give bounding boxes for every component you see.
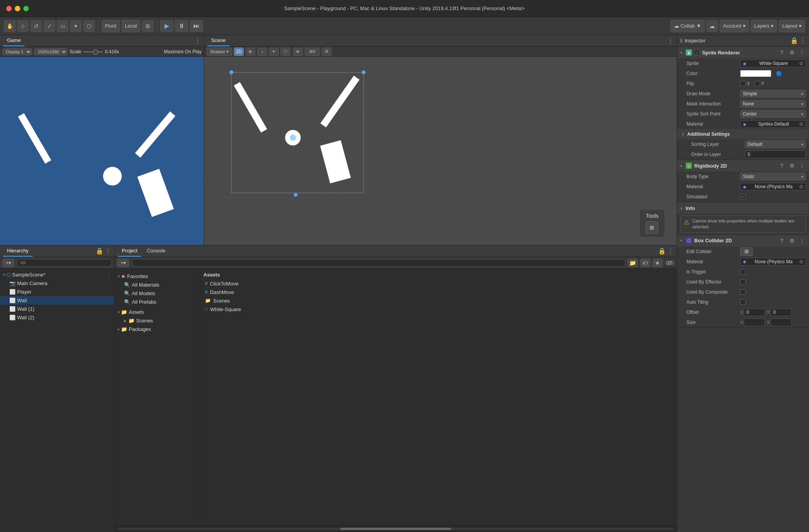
display-select[interactable]: Display 1	[2, 48, 32, 55]
minimize-button[interactable]	[15, 6, 20, 11]
close-button[interactable]	[6, 6, 12, 11]
play-button[interactable]: ▶	[160, 20, 173, 32]
project-packages-folder[interactable]: ▸ 📁 Packages	[115, 325, 200, 333]
tab-scene[interactable]: Scene	[207, 35, 229, 46]
is-trigger-check[interactable]	[740, 269, 746, 275]
project-all-prefabs[interactable]: 🔍 All Prefabs	[115, 298, 200, 306]
project-asset-whitesquare[interactable]: □ White-Square	[203, 305, 674, 313]
pause-button[interactable]: ⏸	[175, 20, 188, 32]
box-collider2d-settings[interactable]: ⚙	[788, 237, 796, 245]
material-value[interactable]: ◉ Sprites-Default ⊙	[740, 120, 806, 128]
custom-tool-button[interactable]: ⬡	[83, 20, 95, 32]
sprite-renderer-enabled[interactable]: ✓	[694, 50, 700, 55]
sprite-renderer-help[interactable]: ?	[778, 49, 786, 56]
transform-tool-button[interactable]: ✦	[70, 20, 82, 32]
project-tag-icon[interactable]: 🏷	[640, 259, 650, 267]
scene-viewport[interactable]: Tools ⊞	[204, 57, 677, 245]
simulated-check[interactable]	[740, 194, 746, 200]
tab-game[interactable]: Game	[3, 35, 25, 46]
rigidbody2d-header[interactable]: ▾ ◎ Rigidbody 2D ? ⚙ ⋮	[677, 160, 809, 172]
scene-panel-menu[interactable]: ⋮	[667, 37, 674, 44]
sprite-sort-point-select[interactable]: Center ▾	[740, 110, 806, 118]
game-panel-menu[interactable]: ⋮	[194, 37, 201, 44]
collider-material-value[interactable]: ◉ None (Physics Ma ⊙	[740, 258, 806, 266]
layers-button[interactable]: Layers ▾	[751, 20, 777, 32]
project-asset-clicktomove[interactable]: # ClickToMove	[203, 279, 674, 288]
mask-interaction-select[interactable]: None ▾	[740, 100, 806, 108]
sprite-renderer-settings[interactable]: ⚙	[788, 49, 796, 56]
edit-collider-button[interactable]: ⊞	[740, 247, 753, 256]
hierarchy-item-wall2[interactable]: ⬜ Wall (2)	[0, 313, 114, 322]
auto-tiling-check[interactable]	[740, 299, 746, 305]
project-folder-icon[interactable]: 📁	[628, 259, 638, 267]
body-type-select[interactable]: Static ▾	[740, 173, 806, 180]
project-add-button[interactable]: +▾	[117, 259, 129, 267]
step-button[interactable]: ⏭	[190, 20, 203, 32]
flip-y-check[interactable]	[755, 81, 760, 86]
project-star-icon[interactable]: ★	[653, 259, 663, 267]
used-by-composite-check[interactable]	[740, 289, 746, 295]
local-button[interactable]: Local	[121, 20, 140, 32]
sprite-renderer-menu[interactable]: ⋮	[798, 49, 806, 56]
project-all-models[interactable]: 🔍 All Models	[115, 289, 200, 298]
audio-button[interactable]: ♪	[257, 47, 267, 56]
material-picker[interactable]: ⊙	[799, 121, 803, 127]
tab-console[interactable]: Console	[143, 246, 169, 257]
tab-hierarchy[interactable]: Hierarchy	[3, 246, 33, 257]
box-collider2d-header[interactable]: ▾ ⬡ Box Collider 2D ? ⚙ ⋮	[677, 235, 809, 247]
game-viewport[interactable]	[0, 57, 204, 245]
sprite-picker[interactable]: ⊙	[799, 61, 803, 66]
size-x-value[interactable]	[744, 318, 765, 326]
collider-material-picker[interactable]: ⊙	[799, 259, 803, 264]
box-collider2d-help[interactable]: ?	[778, 237, 786, 245]
project-asset-dashmove[interactable]: # DashMove	[203, 288, 674, 296]
info-header[interactable]: ▾ Info	[677, 202, 809, 214]
gizmos-button[interactable]: ⬡	[280, 47, 291, 56]
sprite-renderer-header[interactable]: ▾ ◉ ✓ Sprite Renderer ? ⚙ ⋮	[677, 47, 809, 58]
hierarchy-item-player[interactable]: ⬜ Player	[0, 287, 114, 296]
pivot-button[interactable]: Pivot	[102, 20, 120, 32]
hand-tool-button[interactable]: ✋	[4, 20, 16, 32]
resolution-select[interactable]: 1920x1080	[34, 48, 67, 55]
rigidbody2d-settings[interactable]: ⚙	[788, 162, 796, 170]
offset-y-value[interactable]: 0	[770, 308, 792, 316]
additional-settings-header[interactable]: ▾ Additional Settings	[677, 129, 809, 139]
layout-button[interactable]: Layout ▾	[779, 20, 805, 32]
rigidbody2d-help[interactable]: ?	[778, 162, 786, 170]
rb-material-picker[interactable]: ⊙	[799, 184, 803, 189]
project-scenes-folder[interactable]: ▸ 📁 Scenes	[115, 316, 200, 325]
hierarchy-add-button[interactable]: +▾	[2, 259, 14, 267]
hierarchy-item-samplescene[interactable]: ▾ ⬡ SampleScene* ⋮	[0, 270, 114, 279]
move-tool-button[interactable]: ⊹	[17, 20, 29, 32]
cloud-button[interactable]: ☁	[706, 20, 718, 32]
light-button[interactable]: ☀	[245, 47, 256, 56]
grid-button[interactable]: ⊞0	[305, 47, 320, 56]
scale-slider[interactable]: ——◯—	[84, 49, 103, 54]
2d-button[interactable]: 2D	[234, 47, 244, 56]
sorting-layer-select[interactable]: Default ▾	[745, 140, 806, 148]
account-button[interactable]: Account ▾	[720, 20, 749, 32]
project-assets-folder[interactable]: ▾ 📁 Assets	[115, 308, 200, 316]
hierarchy-item-wall[interactable]: ⬜ Wall	[0, 296, 114, 304]
rigidbody2d-menu[interactable]: ⋮	[798, 162, 806, 170]
rb-material-value[interactable]: ◉ None (Physics Ma ⊙	[740, 183, 806, 191]
project-search-input[interactable]	[131, 259, 625, 267]
collab-button[interactable]: ☁ Collab ▼	[671, 20, 705, 32]
offset-x-value[interactable]: 0	[744, 308, 765, 316]
project-scrollbar[interactable]	[115, 525, 677, 532]
effects-button[interactable]: ✦	[269, 47, 279, 56]
color-box[interactable]	[740, 70, 771, 77]
project-favorites[interactable]: ▾ ★ Favorites	[115, 272, 200, 280]
color-picker-icon[interactable]: 🔵	[776, 71, 782, 77]
tools-icon-1[interactable]: ⊞	[646, 221, 658, 234]
box-collider2d-menu[interactable]: ⋮	[798, 237, 806, 245]
flip-x-check[interactable]	[740, 81, 746, 86]
inspector-panel-menu[interactable]: 🔒 ⋮	[790, 37, 806, 44]
snap-settings-button[interactable]: ⚙	[322, 47, 332, 56]
snap-button[interactable]: ⊞	[142, 20, 154, 32]
hidden-objects-button[interactable]: 👁	[293, 47, 303, 56]
tab-project[interactable]: Project	[118, 246, 141, 257]
draw-mode-select[interactable]: Simple ▾	[740, 90, 806, 98]
samplescene-menu[interactable]: ⋮	[107, 272, 111, 277]
hierarchy-item-maincamera[interactable]: 📷 Main Camera	[0, 279, 114, 287]
